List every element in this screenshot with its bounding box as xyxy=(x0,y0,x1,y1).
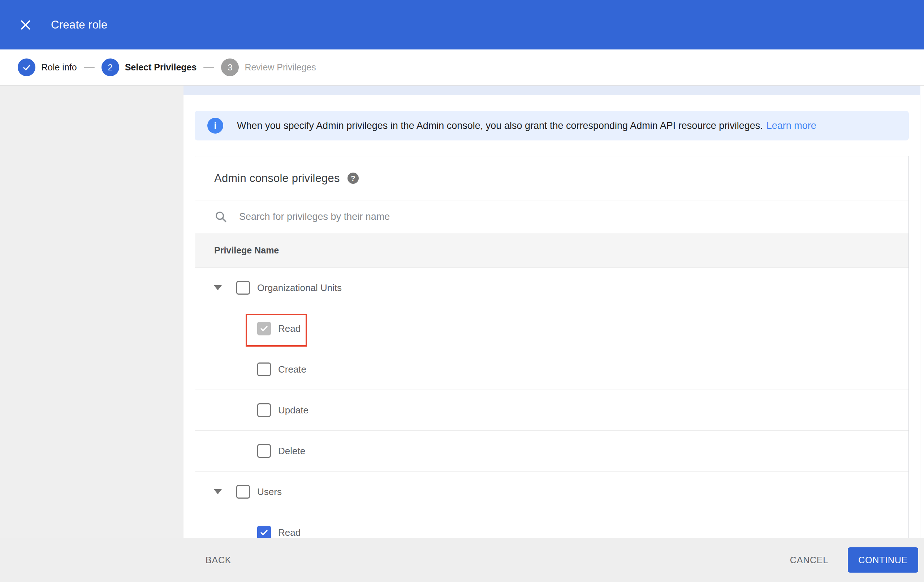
row-label: Update xyxy=(278,405,309,416)
privilege-search-row xyxy=(195,200,909,233)
row-label: Create xyxy=(278,364,306,375)
table-row-orgunits-update: Update xyxy=(195,390,909,431)
back-button[interactable]: BACK xyxy=(206,555,231,566)
dialog-footer: BACK CANCEL CONTINUE xyxy=(0,538,924,582)
check-icon xyxy=(22,63,31,72)
help-icon[interactable]: ? xyxy=(348,173,359,184)
scrolled-content-strip xyxy=(183,86,921,95)
step-done-circle xyxy=(18,58,35,76)
table-row-orgunits-read: Read xyxy=(195,308,909,349)
step-label: Review Privileges xyxy=(244,62,316,73)
collapse-arrow-icon[interactable] xyxy=(214,489,222,494)
step-number: 3 xyxy=(221,58,239,76)
close-icon xyxy=(20,19,31,31)
admin-console-privileges-card: Admin console privileges ? Privilege Nam… xyxy=(195,156,909,538)
close-button[interactable] xyxy=(18,17,34,33)
checkbox-read-disabled[interactable] xyxy=(257,322,271,335)
check-icon xyxy=(259,324,269,333)
table-row-orgunits-create: Create xyxy=(195,349,909,390)
appbar: Create role xyxy=(0,0,924,49)
checkbox-update[interactable] xyxy=(257,403,271,417)
footer-actions: CANCEL CONTINUE xyxy=(790,547,918,573)
sidebar-panel xyxy=(0,86,183,538)
main-content: i When you specify Admin privileges in t… xyxy=(183,86,924,538)
step-label: Select Privileges xyxy=(125,62,197,73)
step-number: 2 xyxy=(102,58,119,76)
card-title: Admin console privileges xyxy=(214,172,340,185)
cancel-button[interactable]: CANCEL xyxy=(790,555,828,566)
step-role-info[interactable]: Role info xyxy=(18,58,77,76)
step-connector xyxy=(84,67,95,68)
step-select-privileges[interactable]: 2 Select Privileges xyxy=(102,58,197,76)
step-connector xyxy=(203,67,214,68)
info-icon: i xyxy=(207,118,223,134)
info-banner: i When you specify Admin privileges in t… xyxy=(195,111,909,140)
collapse-arrow-icon[interactable] xyxy=(214,285,222,290)
stepper: Role info 2 Select Privileges 3 Review P… xyxy=(0,49,924,86)
table-row-orgunits-delete: Delete xyxy=(195,431,909,472)
row-label: Organizational Units xyxy=(257,282,342,293)
table-row-users-read: Read xyxy=(195,512,909,538)
checkbox-users-read[interactable] xyxy=(257,526,271,538)
table-header-row: Privilege Name xyxy=(195,233,909,267)
privilege-name-column-header: Privilege Name xyxy=(214,245,279,256)
row-label: Delete xyxy=(278,445,305,457)
create-role-dialog: Create role Role info 2 Select Privilege… xyxy=(0,0,924,582)
dialog-title: Create role xyxy=(51,18,108,31)
continue-button[interactable]: CONTINUE xyxy=(848,547,918,573)
table-row-organizational-units: Organizational Units xyxy=(195,267,909,308)
step-review-privileges[interactable]: 3 Review Privileges xyxy=(221,58,316,76)
check-icon xyxy=(259,528,269,537)
search-icon xyxy=(214,210,228,224)
checkbox-delete[interactable] xyxy=(257,444,271,458)
step-label: Role info xyxy=(41,62,77,73)
checkbox-create[interactable] xyxy=(257,363,271,376)
learn-more-link[interactable]: Learn more xyxy=(767,120,816,132)
table-row-users: Users xyxy=(195,472,909,512)
card-title-row: Admin console privileges ? xyxy=(195,156,909,200)
checkbox-users[interactable] xyxy=(236,485,250,499)
row-label: Users xyxy=(257,486,282,498)
row-label: Read xyxy=(278,527,300,538)
dialog-body: i When you specify Admin privileges in t… xyxy=(0,86,924,538)
checkbox-organizational-units[interactable] xyxy=(236,281,250,295)
row-label: Read xyxy=(278,323,300,334)
scrollbar-gutter xyxy=(920,95,921,538)
privilege-search-input[interactable] xyxy=(238,211,744,223)
info-banner-text: When you specify Admin privileges in the… xyxy=(237,120,763,132)
